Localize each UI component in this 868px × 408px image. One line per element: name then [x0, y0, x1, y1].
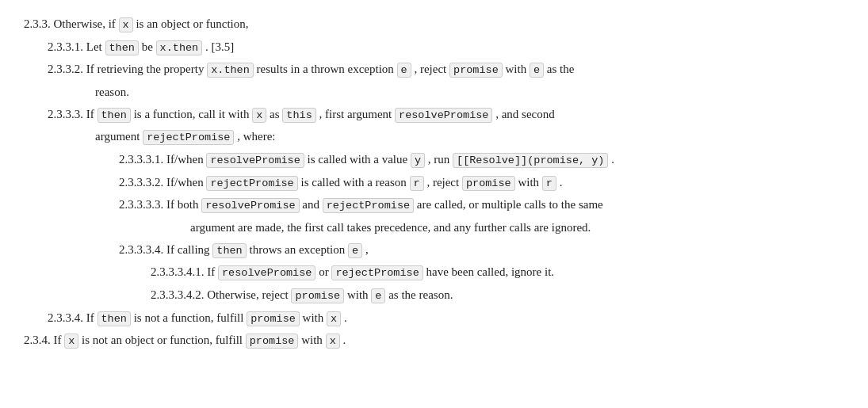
section-2-3-3-3-4-1: 2.3.3.3.4.1. If resolvePromise or reject… — [24, 262, 844, 282]
continuation-text-2: , where: — [234, 130, 275, 143]
section-2-3-3-3-4: 2.3.3.3.4. If calling then throws an exc… — [24, 240, 844, 260]
code-e-4: e — [371, 288, 385, 303]
code-promise-5: promise — [246, 334, 299, 349]
code-reject-promise-2: rejectPromise — [206, 176, 297, 191]
code-promise-2: promise — [462, 176, 515, 191]
code-y-1: y — [411, 153, 425, 168]
section-2-3-3: 2.3.3. Otherwise, if x is an object or f… — [24, 14, 844, 34]
section-text-4: . — [556, 176, 563, 189]
section-text: with — [344, 288, 371, 301]
section-text-2: . [3.5] — [202, 40, 234, 53]
section-2-3-3-3-4-2: 2.3.3.3.4.2. Otherwise, reject promise w… — [24, 285, 844, 305]
section-2-3-3-1: 2.3.3.1. Let then be x.then . [3.5] — [24, 37, 844, 57]
section-2-3-3-3-3-cont: argument are made, the first call takes … — [24, 218, 844, 237]
section-text-3: . — [340, 334, 346, 346]
section-text: and — [300, 198, 323, 211]
section-number: 2.3.3.1. Let — [48, 40, 105, 53]
section-text-4: as the — [544, 63, 574, 75]
section-text: is called with a reason — [298, 176, 410, 189]
section-text: is a function, call it with — [131, 108, 252, 120]
code-e-3: e — [348, 243, 362, 258]
section-number: 2.3.3.3.4.1. If — [151, 265, 218, 278]
code-then-4: then — [98, 311, 131, 326]
code-reject-promise-3: rejectPromise — [323, 198, 414, 213]
section-text-4: , and second — [492, 108, 554, 120]
section-text-2: as the reason. — [385, 288, 453, 301]
code-promise-3: promise — [291, 288, 344, 303]
section-number: 2.3.3.2. If retrieving the property — [48, 63, 207, 75]
section-text-2: as — [266, 108, 282, 120]
section-number: 2.3.4. If — [24, 334, 64, 346]
section-2-3-3-3: 2.3.3.3. If then is a function, call it … — [24, 105, 844, 124]
section-text: be — [139, 40, 156, 53]
section-text-3: with — [515, 176, 542, 189]
section-number: 2.3.3.3.1. If/when — [119, 153, 206, 166]
code-then-1: then — [105, 40, 139, 55]
continuation-text: argument are made, the first call takes … — [190, 221, 591, 234]
code-x-then: x.then — [156, 40, 203, 55]
section-2-3-3-4: 2.3.3.4. If then is not a function, fulf… — [24, 308, 844, 328]
code-reject-promise-4: rejectPromise — [331, 265, 423, 280]
section-text-2: with — [298, 334, 325, 346]
section-text-2: , reject — [424, 176, 462, 189]
section-2-3-3-3-2: 2.3.3.3.2. If/when rejectPromise is call… — [24, 173, 844, 193]
code-then-2: then — [98, 108, 131, 123]
section-text-3: , first argument — [316, 108, 395, 120]
document-container: 2.3.3. Otherwise, if x is an object or f… — [24, 14, 844, 350]
section-text-2: , — [362, 243, 369, 256]
section-text: is an object or function, — [133, 17, 249, 30]
code-promise-4: promise — [247, 311, 300, 326]
code-x-4: x — [64, 334, 78, 349]
section-text-2: with — [300, 311, 327, 324]
code-resolve-call: [[Resolve]](promise, y) — [453, 153, 608, 168]
code-resolve-promise-2: resolvePromise — [206, 153, 304, 168]
section-text-2: are called, or multiple calls to the sam… — [414, 198, 603, 211]
code-x-2: x — [252, 108, 266, 123]
code-x-1: x — [119, 17, 133, 32]
section-text: results in a thrown exception — [254, 63, 397, 75]
section-text: or — [315, 265, 331, 278]
continuation-text: argument — [95, 130, 143, 143]
section-2-3-3-2-cont: reason. — [24, 82, 844, 101]
code-resolve-promise-3: resolvePromise — [201, 198, 299, 213]
code-x-then-2: x.then — [207, 63, 254, 78]
section-text-2: have been called, ignore it. — [423, 265, 554, 278]
code-promise-1: promise — [449, 63, 503, 78]
code-x-5: x — [326, 334, 340, 349]
code-e-2: e — [530, 63, 544, 78]
code-reject-promise-1: rejectPromise — [143, 130, 234, 145]
code-then-3: then — [212, 243, 246, 258]
section-text: throws an exception — [247, 243, 348, 256]
section-number: 2.3.3. Otherwise, if — [24, 17, 119, 30]
section-2-3-3-2: 2.3.3.2. If retrieving the property x.th… — [24, 59, 844, 79]
section-number: 2.3.3.3.4. If calling — [119, 243, 212, 256]
section-text: is called with a value — [304, 153, 411, 166]
code-this: this — [282, 108, 315, 123]
section-text: is not an object or function, fulfill — [78, 334, 245, 346]
section-number: 2.3.3.3.2. If/when — [119, 176, 206, 189]
section-2-3-3-3-3: 2.3.3.3.3. If both resolvePromise and re… — [24, 195, 844, 215]
section-2-3-4: 2.3.4. If x is not an object or function… — [24, 330, 844, 350]
code-e-1: e — [397, 63, 411, 78]
section-text-3: . — [608, 153, 614, 166]
section-text-3: with — [503, 63, 530, 75]
section-text-2: , reject — [411, 63, 449, 75]
section-text-3: . — [341, 311, 347, 324]
code-resolve-promise-1: resolvePromise — [395, 108, 492, 123]
section-text: is not a function, fulfill — [131, 311, 247, 324]
section-number: 2.3.3.3.4.2. Otherwise, reject — [151, 288, 291, 301]
section-number: 2.3.3.4. If — [48, 311, 98, 324]
section-2-3-3-3-1: 2.3.3.3.1. If/when resolvePromise is cal… — [24, 150, 844, 170]
code-x-3: x — [327, 311, 341, 326]
section-text-2: , run — [425, 153, 453, 166]
section-number: 2.3.3.3.3. If both — [119, 198, 201, 211]
continuation-text: reason. — [95, 86, 129, 98]
code-r-1: r — [410, 176, 424, 191]
code-resolve-promise-4: resolvePromise — [218, 265, 315, 280]
section-2-3-3-3-cont: argument rejectPromise , where: — [24, 127, 844, 147]
code-r-2: r — [542, 176, 556, 191]
section-number: 2.3.3.3. If — [48, 108, 98, 120]
